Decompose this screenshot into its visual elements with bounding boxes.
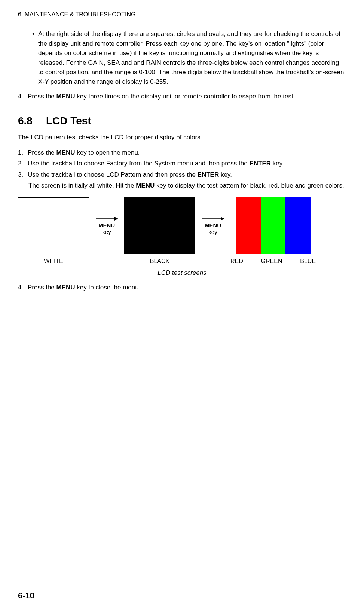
arrow-right-icon — [201, 216, 224, 221]
step-4: 4. Press the MENU key to close the menu. — [18, 283, 346, 292]
step-number: 1. — [18, 148, 25, 158]
text-post: key to open the menu. — [75, 149, 140, 156]
text-pre: Press the — [28, 93, 56, 100]
black-screen-box — [124, 197, 195, 254]
section-title: LCD Test — [46, 115, 91, 127]
text-pre: The screen is initially all white. Hit t… — [28, 182, 136, 189]
text-bold: MENU — [56, 284, 75, 291]
white-label: WHITE — [44, 258, 63, 265]
step-text: Use the trackball to choose Factory from… — [28, 159, 284, 168]
lcd-test-diagram: WHITE MENU key BLACK MENU key — [18, 197, 346, 265]
blue-label: BLUE — [300, 258, 316, 265]
text-post: key to close the menu. — [75, 284, 141, 291]
step-number: 4. — [18, 283, 25, 292]
diagram-caption: LCD test screens — [18, 269, 346, 277]
text-pre: Use the trackball to choose LCD Pattern … — [28, 171, 198, 178]
section-intro: The LCD pattern test checks the LCD for … — [18, 134, 346, 141]
rgb-screen-box — [236, 197, 311, 254]
text-bold: MENU — [56, 149, 75, 156]
white-screen-col: WHITE — [18, 197, 89, 265]
arrow-2-col: MENU key — [195, 197, 230, 254]
text-post: key. — [271, 160, 284, 167]
text-bold: ENTER — [249, 160, 271, 167]
red-bar — [236, 197, 261, 254]
black-screen-col: BLACK — [124, 197, 195, 265]
page-number: 6-10 — [18, 591, 34, 601]
text-pre: Press the — [28, 284, 56, 291]
bullet-dot-icon: • — [32, 29, 34, 39]
white-screen-box — [18, 197, 89, 254]
bullet-text: At the right side of the display there a… — [38, 29, 346, 86]
arrow-label-bold: MENU — [205, 222, 221, 228]
step-text: Press the MENU key three times on the di… — [28, 92, 295, 101]
arrow-1-label: MENU key — [98, 222, 115, 235]
arrow-label-bold: MENU — [98, 222, 115, 228]
step-note: The screen is initially all white. Hit t… — [18, 181, 346, 191]
rgb-screen-col: RED GREEN BLUE — [230, 197, 316, 265]
arrow-2-label: MENU key — [205, 222, 221, 235]
text-post: key three times on the display unit or r… — [75, 93, 295, 100]
step-text: Use the trackball to choose LCD Pattern … — [28, 170, 232, 180]
step-text: Press the MENU key to open the menu. — [28, 148, 140, 158]
arrow-label-sub: key — [208, 229, 217, 235]
svg-marker-3 — [221, 217, 224, 221]
arrow-label-sub: key — [102, 229, 111, 235]
step-2: 2. Use the trackball to choose Factory f… — [18, 159, 346, 168]
text-post: key to display the test pattern for blac… — [155, 182, 344, 189]
text-bold: MENU — [136, 182, 155, 189]
red-label: RED — [230, 258, 243, 265]
text-bold: ENTER — [198, 171, 219, 178]
text-pre: Use the trackball to choose Factory from… — [28, 160, 249, 167]
blue-bar — [285, 197, 311, 254]
rgb-labels: RED GREEN BLUE — [230, 258, 316, 265]
section-number: 6.8 — [18, 115, 33, 127]
step-number: 2. — [18, 159, 25, 168]
green-label: GREEN — [261, 258, 282, 265]
green-bar — [261, 197, 286, 254]
text-pre: Press the — [28, 149, 56, 156]
section-heading: 6.8LCD Test — [18, 115, 346, 127]
step-text: Press the MENU key to close the menu. — [28, 283, 140, 292]
arrow-1-col: MENU key — [89, 197, 124, 254]
text-post: key. — [219, 171, 232, 178]
step-number: 3. — [18, 170, 25, 180]
step-3: 3. Use the trackball to choose LCD Patte… — [18, 170, 346, 180]
svg-marker-1 — [114, 217, 118, 221]
arrow-right-icon — [95, 216, 118, 221]
bullet-item: • At the right side of the display there… — [32, 29, 346, 86]
page-header: 6. MAINTENANCE & TROUBLESHOOTING — [18, 11, 346, 18]
text-bold: MENU — [56, 93, 75, 100]
step-4a: 4. Press the MENU key three times on the… — [18, 92, 346, 101]
step-1: 1. Press the MENU key to open the menu. — [18, 148, 346, 158]
black-label: BLACK — [150, 258, 169, 265]
step-number: 4. — [18, 92, 25, 101]
